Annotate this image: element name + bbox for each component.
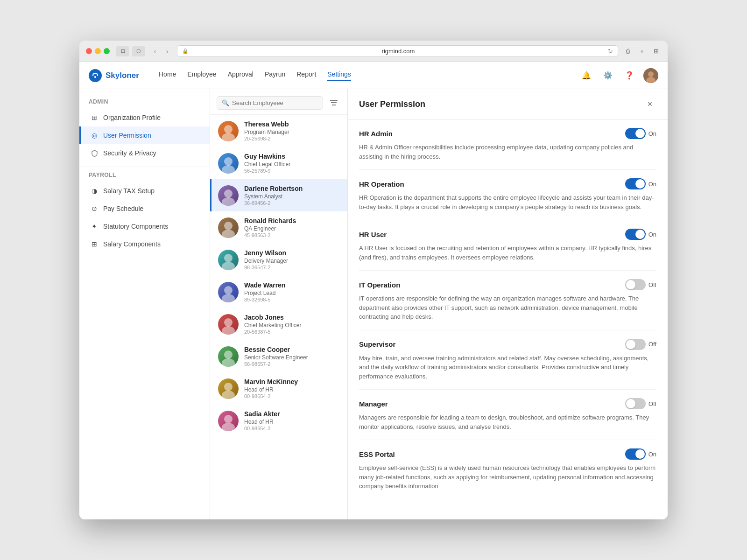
sidebar-item-salary-components-label: Salary Components: [103, 240, 161, 248]
sidebar-item-pay-schedule[interactable]: ⊙ Pay Schedule: [79, 200, 210, 217]
sidebar-item-security-privacy[interactable]: Security & Privacy: [79, 144, 210, 162]
search-bar[interactable]: 🔍: [217, 96, 323, 110]
sidebar-item-org-profile[interactable]: ⊞ Organization Profile: [79, 109, 210, 126]
reload-icon[interactable]: ↻: [608, 48, 613, 55]
grid-icon[interactable]: ⊞: [651, 46, 661, 56]
share-icon[interactable]: ⎙: [623, 46, 633, 56]
employee-name: Marvin McKinney: [244, 378, 341, 385]
permission-item: IT Operation Off IT operations are respo…: [359, 271, 656, 330]
new-tab-icon[interactable]: +: [637, 46, 647, 56]
nav-employee[interactable]: Employee: [187, 70, 216, 81]
nav-report[interactable]: Report: [296, 70, 316, 81]
permission-item-header: ESS Portal On: [359, 448, 656, 460]
permission-toggle[interactable]: [625, 178, 646, 189]
app-container: Skyloner Home Employee Approval Payrun R…: [79, 62, 668, 519]
permission-name: Supervisor: [359, 340, 395, 348]
employee-info: Bessie Cooper Senior Software Engineer 5…: [244, 346, 341, 367]
employee-avatar: [218, 314, 239, 335]
permission-toggle[interactable]: [625, 279, 646, 290]
employee-list-item[interactable]: Guy Hawkins Chief Legal Officer 56-25789…: [210, 147, 347, 179]
permission-item-header: IT Operation Off: [359, 279, 656, 290]
permission-name: ESS Portal: [359, 450, 395, 458]
nav-approval[interactable]: Approval: [228, 70, 254, 81]
toggle-container: On: [625, 178, 656, 189]
permission-name: IT Operation: [359, 281, 400, 289]
fullscreen-traffic-light[interactable]: [104, 48, 110, 54]
employee-role: Senior Software Engineer: [244, 354, 341, 361]
employee-list-item[interactable]: Marvin McKinney Head of HR 00-98654-2: [210, 372, 347, 405]
employee-list-item[interactable]: Ronald Richards QA Engineer 45-98563-2: [210, 211, 347, 244]
toggle-label: Off: [648, 400, 656, 407]
filter-icon[interactable]: [327, 96, 341, 110]
svg-point-2: [648, 71, 654, 77]
permission-toggle[interactable]: [625, 128, 646, 139]
permission-item: HR Operation On HR Operation is the depa…: [359, 170, 656, 220]
employee-list-item[interactable]: Darlene Robertson System Analyst 36-8945…: [210, 179, 347, 211]
nav-settings[interactable]: Settings: [327, 70, 351, 81]
window-expand-btn[interactable]: ⬡: [132, 46, 145, 56]
employee-role: Project Lead: [244, 290, 341, 296]
close-traffic-light[interactable]: [86, 48, 92, 54]
sidebar-item-user-permission[interactable]: ◎ User Permission: [79, 126, 210, 144]
user-avatar[interactable]: [643, 68, 658, 83]
help-circle-icon[interactable]: ❓: [622, 68, 637, 83]
toggle-label: On: [648, 231, 656, 238]
permission-item: HR Admin On HR & Admin Officer responsib…: [359, 119, 656, 170]
employee-list-item[interactable]: Jenny Wilson Delivery Manager 98-36547-2: [210, 244, 347, 276]
svg-point-17: [224, 286, 233, 294]
settings-gear-icon[interactable]: ⚙️: [600, 68, 615, 83]
permission-toggle[interactable]: [625, 448, 646, 460]
employee-id: 89-32698-5: [244, 297, 341, 302]
employee-panel: 🔍: [210, 89, 348, 519]
employee-list-item[interactable]: Jacob Jones Chief Marketing Officer 20-5…: [210, 308, 347, 340]
permission-title: User Permission: [359, 99, 425, 109]
back-btn[interactable]: ‹: [150, 46, 160, 56]
employee-list-item[interactable]: Theresa Webb Program Manager 20-25698-2: [210, 115, 347, 147]
employee-role: Chief Marketing Officer: [244, 322, 341, 329]
nav-payrun[interactable]: Payrun: [265, 70, 285, 81]
notification-bell-icon[interactable]: 🔔: [579, 68, 594, 83]
toggle-knob: [635, 129, 645, 138]
employee-role: Head of HR: [244, 386, 341, 393]
forward-btn[interactable]: ›: [162, 46, 172, 56]
sidebar-item-statutory[interactable]: ✦ Statutory Components: [79, 217, 210, 235]
employee-id: 45-98563-2: [244, 232, 341, 238]
sidebar-item-salary-tax[interactable]: ◑ Salary TAX Setup: [79, 182, 210, 200]
top-nav: Skyloner Home Employee Approval Payrun R…: [79, 62, 668, 89]
svg-point-18: [222, 294, 235, 302]
sidebar-item-security-label: Security & Privacy: [103, 149, 156, 157]
nav-home[interactable]: Home: [159, 70, 176, 81]
employee-id: 36-89456-2: [244, 200, 341, 206]
permission-toggle[interactable]: [625, 398, 646, 409]
employee-name: Wade Warren: [244, 281, 341, 289]
user-permission-icon: ◎: [90, 131, 99, 140]
employee-list-item[interactable]: Bessie Cooper Senior Software Engineer 5…: [210, 340, 347, 372]
employee-avatar: [218, 153, 239, 174]
permission-toggle[interactable]: [625, 229, 646, 240]
employee-id: 56-25789-9: [244, 168, 341, 174]
permission-toggle[interactable]: [625, 339, 646, 350]
svg-point-11: [224, 189, 233, 198]
salary-components-icon: ⊞: [90, 240, 99, 248]
permission-item-header: Manager Off: [359, 398, 656, 409]
browser-actions: ⎙ + ⊞: [623, 46, 661, 56]
search-input[interactable]: [232, 99, 318, 106]
svg-point-13: [224, 222, 233, 230]
address-bar[interactable]: 🔒 rigmind.com ↻: [177, 45, 618, 57]
payroll-section-label: Payroll: [79, 172, 210, 182]
permission-name: Manager: [359, 400, 388, 408]
employee-avatar: [218, 185, 239, 206]
sidebar-item-salary-components[interactable]: ⊞ Salary Components: [79, 235, 210, 253]
sidebar-item-statutory-label: Statutory Components: [103, 223, 168, 230]
minimize-traffic-light[interactable]: [95, 48, 101, 54]
employee-role: Head of HR: [244, 419, 341, 425]
employee-list-item[interactable]: Wade Warren Project Lead 89-32698-5: [210, 276, 347, 308]
svg-point-24: [222, 391, 235, 399]
employee-list-item[interactable]: Sadia Akter Head of HR 00-98654-3: [210, 405, 347, 437]
permission-description: Employee self-service (ESS) is a widely …: [359, 463, 656, 491]
toggle-label: On: [648, 181, 656, 188]
employee-avatar: [218, 121, 239, 141]
close-permission-button[interactable]: ×: [643, 98, 656, 111]
sidebar-toggle-btn[interactable]: ⊡: [116, 46, 129, 56]
sidebar-item-salary-tax-label: Salary TAX Setup: [103, 187, 155, 195]
